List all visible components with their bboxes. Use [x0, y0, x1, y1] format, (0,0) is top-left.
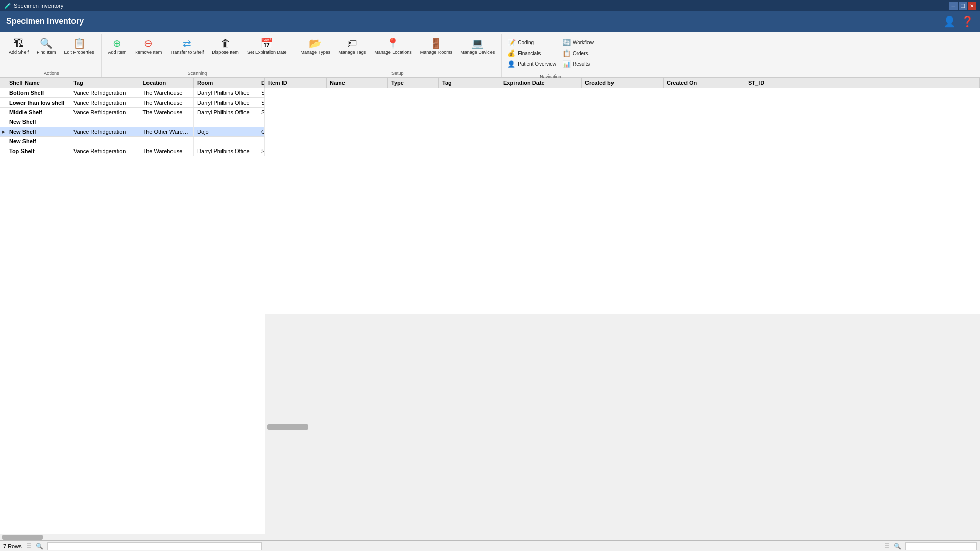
workflow-button[interactable]: 🔄 Workflow	[560, 38, 596, 47]
app-header-right: 👤 ❓	[943, 15, 974, 28]
table-row[interactable]: New Shelf	[0, 137, 265, 146]
col-st-id: ST_ID	[745, 78, 980, 88]
cell-location: The Warehouse	[139, 88, 194, 97]
ribbon-group-scanning: ⊕ Add Item ⊖ Remove Item ⇄ Transfer to S…	[102, 34, 294, 77]
set-expiration-label: Set Expiration Date	[247, 49, 287, 55]
manage-rooms-button[interactable]: 🚪 Manage Rooms	[416, 36, 456, 58]
right-scroll-area[interactable]	[265, 314, 980, 540]
manage-rooms-label: Manage Rooms	[420, 49, 453, 55]
manage-locations-icon: 📍	[386, 38, 399, 48]
patient-overview-icon: 👤	[507, 60, 516, 68]
patient-overview-button[interactable]: 👤 Patient Overview	[505, 59, 559, 69]
cell-shelf-name: New Shelf	[6, 127, 70, 136]
table-row[interactable]: Bottom Shelf Vance Refridgeration The Wa…	[0, 88, 265, 98]
cell-room: Darryl Philbins Office	[194, 146, 258, 156]
manage-locations-button[interactable]: 📍 Manage Locations	[371, 36, 415, 58]
row-count: 7 Rows	[3, 543, 22, 549]
manage-tags-button[interactable]: 🏷 Manage Tags	[335, 36, 370, 58]
cell-location: The Other Warehouse	[139, 127, 194, 136]
title-bar-left: 🧪 Specimen Inventory	[4, 3, 63, 9]
edit-properties-button[interactable]: 📋 Edit Properties	[61, 36, 98, 58]
user-icon[interactable]: 👤	[943, 15, 956, 28]
set-expiration-date-button[interactable]: 📅 Set Expiration Date	[243, 36, 290, 58]
row-indicator	[0, 88, 6, 97]
workflow-label: Workflow	[573, 40, 594, 45]
restore-button[interactable]: ❐	[959, 2, 967, 10]
results-icon: 📊	[562, 60, 571, 68]
minimize-button[interactable]: ─	[949, 2, 958, 10]
search-icon-left[interactable]: 🔍	[36, 543, 43, 550]
search-icon-right[interactable]: 🔍	[894, 543, 901, 550]
cell-location: The Warehouse	[139, 98, 194, 107]
manage-rooms-icon: 🚪	[430, 38, 443, 48]
cell-tag: Vance Refridgeration	[70, 127, 140, 136]
cell-shelf-name: New Shelf	[6, 117, 70, 127]
close-button[interactable]: ✕	[968, 2, 976, 10]
navigation-buttons: 📝 Coding 💰 Financials 👤 Patient Overview…	[505, 34, 596, 73]
find-item-label: Find Item	[37, 49, 56, 55]
help-icon[interactable]: ❓	[961, 15, 974, 28]
add-item-button[interactable]: ⊕ Add Item	[105, 36, 130, 58]
manage-devices-button[interactable]: 💻 Manage Devices	[457, 36, 498, 58]
find-item-icon: 🔍	[40, 38, 53, 48]
orders-button[interactable]: 📋 Orders	[560, 48, 596, 58]
add-item-icon: ⊕	[113, 38, 121, 48]
remove-item-icon: ⊖	[144, 38, 153, 48]
right-grid-header: Item ID Name Type Tag Expiration Date Cr…	[265, 78, 980, 88]
col-expiration-date: Expiration Date	[500, 78, 582, 88]
financials-button[interactable]: 💰 Financials	[505, 48, 559, 58]
app-title: Specimen Inventory	[6, 17, 84, 26]
header-indicator	[0, 78, 6, 88]
setup-group-label: Setup	[297, 70, 498, 77]
row-indicator	[0, 98, 6, 107]
dispose-item-button[interactable]: 🗑 Dispose Item	[208, 36, 242, 58]
coding-icon: 📝	[507, 39, 516, 46]
setup-buttons: 📂 Manage Types 🏷 Manage Tags 📍 Manage Lo…	[297, 34, 498, 70]
results-button[interactable]: 📊 Results	[560, 59, 596, 69]
find-item-button[interactable]: 🔍 Find Item	[33, 36, 60, 58]
right-scroll-thumb[interactable]	[267, 424, 308, 430]
cell-device: Senior	[258, 88, 265, 97]
col-shelf-name: Shelf Name	[6, 78, 70, 88]
actions-group-label: Actions	[5, 70, 98, 77]
cell-device	[258, 137, 265, 146]
col-type: Type	[388, 78, 439, 88]
table-row[interactable]: ▶ New Shelf Vance Refridgeration The Oth…	[0, 127, 265, 137]
left-scroll-area[interactable]	[0, 534, 265, 540]
add-shelf-button[interactable]: 🏗 Add Shelf	[5, 36, 32, 58]
nav-col2: 🔄 Workflow 📋 Orders 📊 Results	[560, 36, 596, 71]
cell-device: Omnic	[258, 127, 265, 136]
transfer-to-shelf-button[interactable]: ⇄ Transfer to Shelf	[166, 36, 207, 58]
left-scroll-thumb[interactable]	[2, 535, 43, 540]
search-input-left[interactable]	[47, 542, 262, 550]
edit-properties-icon: 📋	[73, 38, 86, 48]
cell-location: The Warehouse	[139, 108, 194, 117]
app-icon: 🧪	[4, 3, 11, 9]
list-view-icon-right[interactable]: ☰	[884, 543, 890, 550]
manage-types-button[interactable]: 📂 Manage Types	[297, 36, 334, 58]
table-row[interactable]: New Shelf	[0, 117, 265, 127]
col-name: Name	[327, 78, 388, 88]
cell-tag	[70, 117, 140, 127]
coding-button[interactable]: 📝 Coding	[505, 38, 559, 47]
ribbon: 🏗 Add Shelf 🔍 Find Item 📋 Edit Propertie…	[0, 32, 980, 78]
transfer-to-shelf-label: Transfer to Shelf	[170, 49, 204, 55]
title-bar-text: Specimen Inventory	[14, 3, 63, 9]
dispose-item-label: Dispose Item	[212, 49, 239, 55]
title-bar-controls: ─ ❐ ✕	[949, 2, 976, 10]
cell-tag: Vance Refridgeration	[70, 88, 140, 97]
cell-location: The Warehouse	[139, 146, 194, 156]
manage-types-label: Manage Types	[300, 49, 330, 55]
add-item-label: Add Item	[108, 49, 127, 55]
list-view-icon[interactable]: ☰	[26, 543, 32, 550]
cell-room: Dojo	[194, 127, 258, 136]
add-shelf-label: Add Shelf	[9, 49, 29, 55]
table-row[interactable]: Lower than low shelf Vance Refridgeratio…	[0, 98, 265, 108]
search-input-right[interactable]	[905, 542, 977, 550]
table-row[interactable]: Middle Shelf Vance Refridgeration The Wa…	[0, 108, 265, 117]
table-row[interactable]: Top Shelf Vance Refridgeration The Wareh…	[0, 146, 265, 156]
remove-item-button[interactable]: ⊖ Remove Item	[131, 36, 166, 58]
cell-location	[139, 117, 194, 127]
bottom-bars: 7 Rows ☰ 🔍 ☰ 🔍	[0, 540, 980, 551]
cell-tag: Vance Refridgeration	[70, 108, 140, 117]
